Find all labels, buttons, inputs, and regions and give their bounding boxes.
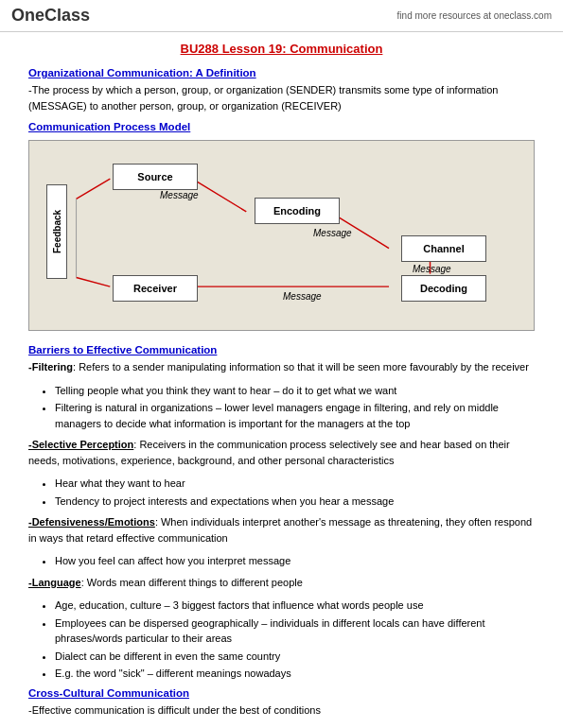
list-item: Hear what they want to hear xyxy=(55,476,535,492)
encoding-box: Encoding xyxy=(255,198,340,224)
channel-box: Channel xyxy=(401,235,486,262)
language-label: -Language xyxy=(28,577,81,588)
source-box: Source xyxy=(113,164,198,190)
receiver-box: Receiver xyxy=(113,275,198,302)
filtering-intro: -Filtering: Refers to a sender manipulat… xyxy=(28,359,535,375)
list-item: Telling people what you think they want … xyxy=(55,383,535,399)
list-item: Tendency to project interests and expect… xyxy=(55,494,535,510)
selective-bullets: Hear what they want to hear Tendency to … xyxy=(55,476,535,509)
list-item: How you feel can affect how you interpre… xyxy=(55,553,535,569)
comm-model-heading: Communication Process Model xyxy=(28,121,535,132)
header-logo: OneClass xyxy=(11,6,90,26)
selective-label: -Selective Perception xyxy=(28,439,133,450)
feedback-box: Feedback xyxy=(46,184,67,279)
filtering-label: -Filtering xyxy=(28,361,73,373)
org-comm-heading: Organizational Communication: A Definiti… xyxy=(28,67,535,78)
list-item: Employees can be dispersed geographicall… xyxy=(55,615,535,647)
svg-line-4 xyxy=(77,277,111,286)
svg-line-5 xyxy=(77,179,111,199)
header: OneClass find more resources at oneclass… xyxy=(0,0,563,32)
defensiveness-para: -Defensiveness/Emotions: When individual… xyxy=(28,514,535,546)
barriers-heading: Barriers to Effective Communication xyxy=(28,344,535,355)
decoding-box: Decoding xyxy=(401,275,486,302)
message-label-1: Message xyxy=(160,190,199,200)
message-label-3: Message xyxy=(413,264,451,274)
lesson-title: BU288 Lesson 19: Communication xyxy=(28,42,535,56)
filtering-bullets: Telling people what you think they want … xyxy=(55,383,535,432)
header-tagline: find more resources at oneclass.com xyxy=(397,10,552,21)
diagram-container: Feedback Source Message Encoding Message… xyxy=(28,140,535,331)
message-label-2: Message xyxy=(313,228,352,238)
language-bullets: Age, education, culture – 3 biggest fact… xyxy=(55,598,535,682)
list-item: Age, education, culture – 3 biggest fact… xyxy=(55,598,535,614)
diagram-inner: Feedback Source Message Encoding Message… xyxy=(37,150,526,321)
list-item: Filtering is natural in organizations – … xyxy=(55,400,535,431)
message-label-4: Message xyxy=(283,291,322,302)
cross-cultural-body1: -Effective communication is difficult un… xyxy=(28,702,535,719)
defensiveness-label: -Defensiveness/Emotions xyxy=(28,516,155,528)
list-item: Dialect can be different in even the sam… xyxy=(55,649,535,665)
cross-cultural-heading: Cross-Cultural Communication xyxy=(28,687,535,699)
selective-perception: -Selective Perception: Receivers in the … xyxy=(28,437,535,468)
list-item: E.g. the word "sick" – different meaning… xyxy=(55,666,535,682)
main-content: BU288 Lesson 19: Communication Organizat… xyxy=(0,32,563,728)
language-para: -Language: Words mean different things t… xyxy=(28,575,535,591)
org-comm-body: -The process by which a person, group, o… xyxy=(28,82,535,113)
svg-line-0 xyxy=(192,179,246,212)
defensiveness-bullets: How you feel can affect how you interpre… xyxy=(55,553,535,569)
